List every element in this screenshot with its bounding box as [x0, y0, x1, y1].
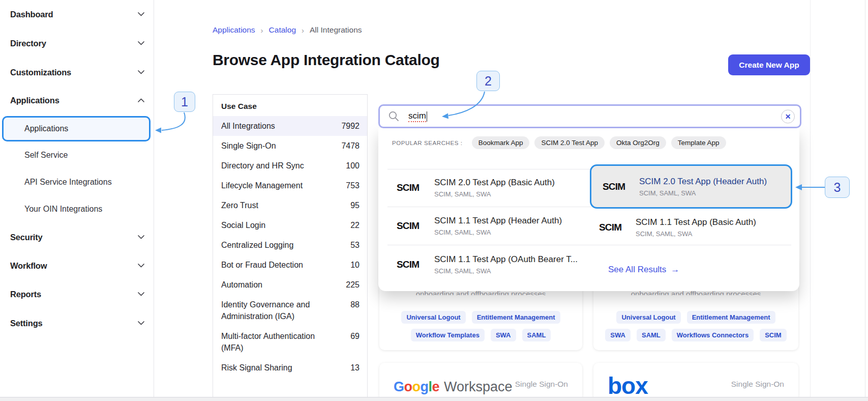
sidebar-item-customizations[interactable]: Customizations — [10, 65, 144, 80]
sidebar-item-label: Customizations — [10, 68, 71, 77]
use-case-row[interactable]: Centralized Logging53 — [213, 235, 367, 255]
use-case-count: 22 — [350, 219, 360, 231]
use-case-label: Centralized Logging — [221, 239, 332, 251]
horizontal-scrollbar-track[interactable] — [0, 397, 868, 401]
use-case-label: Zero Trust — [221, 199, 332, 211]
breadcrumb-link-catalog[interactable]: Catalog — [269, 25, 296, 35]
use-case-row[interactable]: All Integrations7992 — [213, 116, 367, 136]
result-subtitle: SCIM, SAML, SWA — [639, 189, 767, 197]
use-case-count: 13 — [350, 362, 360, 374]
use-case-count: 225 — [346, 279, 360, 291]
card-tags-row: Universal LogoutEntitlement Management — [379, 311, 582, 324]
sidebar-item-security[interactable]: Security — [10, 230, 144, 245]
search-results-left-column: SCIMSCIM 2.0 Test App (Basic Auth)SCIM, … — [387, 169, 591, 283]
popular-searches-label: POPULAR SEARCHES : — [392, 140, 463, 146]
result-text: SCIM 2.0 Test App (Basic Auth)SCIM, SAML… — [434, 178, 555, 198]
result-subtitle: SCIM, SAML, SWA — [434, 228, 562, 236]
use-case-label: Automation — [221, 279, 332, 291]
callout-1-arrowhead — [155, 128, 161, 133]
popular-search-chip[interactable]: Okta Org2Org — [610, 136, 666, 149]
capability-tag[interactable]: Workflows Connectors — [672, 329, 754, 341]
clear-search-button[interactable]: ✕ — [781, 109, 795, 123]
use-case-row[interactable]: Multi-factor Authentication (MFA)69 — [213, 326, 367, 358]
capability-tag[interactable]: Universal Logout — [616, 311, 680, 324]
sidebar-subitem-self-service[interactable]: Self Service — [24, 148, 144, 163]
use-case-label: All Integrations — [221, 120, 332, 132]
search-input[interactable]: scim ✕ — [378, 104, 801, 128]
callout-1-arrow — [162, 112, 185, 130]
chevron-down-icon — [138, 70, 144, 74]
popular-search-chip[interactable]: Template App — [671, 136, 726, 149]
sidebar-item-directory[interactable]: Directory — [10, 36, 144, 51]
breadcrumb-link-applications[interactable]: Applications — [213, 25, 255, 35]
capability-tag[interactable]: Workflow Templates — [411, 329, 485, 341]
capability-tag[interactable]: SAML — [637, 329, 666, 341]
use-case-row[interactable]: Identity Governance and Administration (… — [213, 295, 367, 326]
capability-tag[interactable]: SAML — [522, 329, 551, 341]
create-new-app-button[interactable]: Create New App — [728, 54, 810, 75]
sidebar-item-applications[interactable]: Applications — [10, 93, 144, 108]
use-case-label: Identity Governance and Administration (… — [221, 299, 332, 322]
popular-search-chip[interactable]: Bookmark App — [472, 136, 530, 149]
capability-tag[interactable]: SWA — [605, 329, 631, 341]
search-result-highlighted[interactable]: SCIM SCIM 2.0 Test App (Header Auth) SCI… — [590, 164, 792, 209]
scim-logo: SCIM — [603, 181, 634, 192]
integration-card-box[interactable]: box Single Sign-On — [593, 363, 798, 401]
sidebar-subitem-api-service-integrations[interactable]: API Service Integrations — [24, 175, 144, 190]
breadcrumb: Applications›Catalog›All Integrations — [213, 25, 362, 35]
see-all-results-link[interactable]: See All Results→ — [608, 265, 679, 275]
breadcrumb-current: All Integrations — [310, 25, 362, 35]
sidebar-item-reports[interactable]: Reports — [10, 287, 144, 302]
use-case-row[interactable]: Directory and HR Sync100 — [213, 156, 367, 176]
app-window: DashboardDirectoryCustomizationsApplicat… — [0, 0, 868, 401]
use-case-panel: Use Case All Integrations7992Single Sign… — [213, 94, 368, 397]
sidebar-item-label: Directory — [10, 39, 46, 48]
integration-card-google-workspace[interactable]: GoogleWorkspace Single Sign-On — [379, 363, 582, 401]
capability-tag[interactable]: Entitlement Management — [472, 311, 560, 324]
use-case-row[interactable]: Zero Trust95 — [213, 195, 367, 215]
sidebar-item-label: Reports — [10, 290, 41, 299]
result-title: SCIM 2.0 Test App (Basic Auth) — [434, 178, 555, 188]
result-subtitle: SCIM, SAML, SWA — [434, 190, 555, 198]
search-result-row[interactable]: SCIMSCIM 2.0 Test App (Basic Auth)SCIM, … — [387, 169, 591, 207]
use-case-label: Risk Signal Sharing — [221, 362, 332, 374]
use-case-row[interactable]: Automation225 — [213, 275, 367, 295]
search-result-row[interactable]: SCIM SCIM 1.1 Test App (Basic Auth) SCIM… — [591, 210, 791, 245]
window-edge-divider — [865, 0, 865, 401]
use-case-row[interactable]: Single Sign-On7478 — [213, 136, 367, 156]
use-case-count: 7478 — [341, 140, 360, 152]
breadcrumb-separator: › — [296, 26, 310, 35]
use-case-row[interactable]: Social Login22 — [213, 215, 367, 235]
search-icon — [388, 111, 399, 122]
sidebar-item-settings[interactable]: Settings — [10, 316, 144, 331]
capability-tag[interactable]: Entitlement Management — [687, 311, 775, 324]
use-case-label: Social Login — [221, 219, 332, 231]
breadcrumb-separator: › — [255, 26, 269, 35]
annotation-callout-1: 1 — [174, 92, 195, 112]
chevron-down-icon — [138, 321, 144, 325]
google-logo-letter: g — [421, 379, 429, 394]
sidebar-subitem-your-oin-integrations[interactable]: Your OIN Integrations — [24, 202, 144, 217]
sidebar-subitem-applications-active[interactable]: Applications — [2, 116, 151, 141]
sidebar-item-dashboard[interactable]: Dashboard — [10, 7, 144, 22]
sidebar-item-workflow[interactable]: Workflow — [10, 258, 144, 273]
search-result-row[interactable]: SCIMSCIM 1.1 Test App (Header Auth)SCIM,… — [387, 207, 591, 245]
popular-search-chip[interactable]: SCIM 2.0 Test App — [534, 136, 605, 149]
use-case-row[interactable]: Risk Signal Sharing13 — [213, 358, 367, 378]
capability-tag[interactable]: Universal Logout — [401, 311, 465, 324]
sidebar-item-label: Security — [10, 233, 43, 242]
page-title: Browse App Integration Catalog — [213, 51, 440, 69]
google-logo-letter: o — [404, 379, 412, 394]
google-logo-letter: l — [429, 379, 432, 394]
use-case-row[interactable]: Bot or Fraud Detection10 — [213, 255, 367, 275]
use-case-label: Directory and HR Sync — [221, 160, 332, 171]
search-result-row[interactable]: SCIMSCIM 1.1 Test App (OAuth Bearer T...… — [387, 245, 591, 283]
google-workspace-logo: GoogleWorkspace — [394, 379, 513, 395]
use-case-header: Use Case — [213, 95, 367, 116]
scim-logo: SCIM — [599, 222, 631, 233]
use-case-count: 10 — [350, 259, 360, 271]
capability-tag[interactable]: SCIM — [760, 329, 787, 341]
chevron-down-icon — [138, 41, 144, 45]
use-case-row[interactable]: Lifecycle Management753 — [213, 176, 367, 195]
capability-tag[interactable]: SWA — [491, 329, 516, 341]
